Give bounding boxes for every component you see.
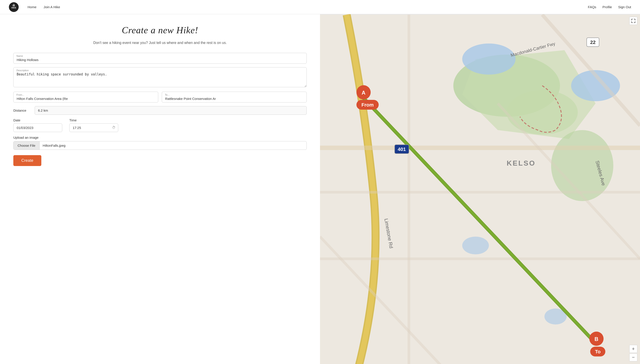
time-group: Time ⏱ [69, 118, 118, 132]
form-panel: Create a new Hike! Don't see a hiking ev… [0, 14, 320, 364]
description-label: Description [17, 69, 29, 72]
nav-sign-out[interactable]: Sign Out [618, 5, 631, 9]
upload-label: Upload an image [13, 136, 307, 140]
file-input-row: Choose File HiltonFalls.jpeg [13, 141, 307, 150]
to-label: To... [165, 94, 169, 96]
svg-text:A: A [362, 90, 365, 96]
distance-row: Distance 6.2 km [13, 106, 307, 115]
time-input[interactable] [69, 124, 118, 132]
map-panel: Campbellville Rd Macdonald-Cartier Fwy L… [320, 14, 640, 364]
nav-home[interactable]: Home [28, 5, 37, 9]
svg-text:KELSO: KELSO [507, 159, 536, 167]
from-input[interactable] [13, 92, 158, 102]
nav-profile[interactable]: Profile [602, 5, 612, 9]
nav-links: Home Join A Hike [28, 5, 60, 9]
name-input[interactable] [13, 53, 307, 64]
svg-text:B: B [594, 336, 598, 342]
date-label: Date [13, 118, 62, 122]
fullscreen-button[interactable] [629, 17, 637, 25]
choose-file-button[interactable]: Choose File [14, 142, 40, 150]
navbar: WE HIKE Home Join A Hike FAQs Profile Si… [0, 0, 640, 14]
description-input[interactable]: Beautiful hiking space surrounded by val… [13, 67, 307, 87]
nav-faqs[interactable]: FAQs [588, 5, 596, 9]
distance-value: 6.2 km [35, 106, 307, 115]
to-input[interactable] [162, 92, 307, 102]
logo-icon: WE HIKE [9, 2, 19, 12]
page-title: Create a new Hike! [13, 25, 307, 36]
distance-label: Distance [13, 108, 31, 112]
date-input[interactable] [13, 124, 62, 132]
svg-point-12 [462, 236, 489, 254]
to-group: To... [162, 92, 307, 102]
clock-icon: ⏱ [112, 126, 116, 130]
name-label: Name [17, 54, 23, 57]
date-group: Date [13, 118, 62, 132]
zoom-out-button[interactable]: − [629, 353, 637, 361]
main-layout: Create a new Hike! Don't see a hiking ev… [0, 14, 640, 364]
svg-text:22: 22 [590, 40, 595, 45]
nav-right: FAQs Profile Sign Out [588, 5, 631, 9]
create-button[interactable]: Create [13, 155, 41, 166]
time-label: Time [69, 118, 118, 122]
svg-text:401: 401 [398, 146, 406, 152]
map-controls: + − [629, 345, 637, 361]
svg-text:From: From [362, 102, 374, 108]
file-name-display: HiltonFalls.jpeg [40, 142, 69, 150]
map-container[interactable]: Campbellville Rd Macdonald-Cartier Fwy L… [320, 14, 640, 364]
nav-join-hike[interactable]: Join A Hike [44, 5, 60, 9]
from-label: From... [17, 94, 24, 96]
name-group: Name [13, 53, 307, 64]
zoom-in-button[interactable]: + [629, 345, 637, 353]
date-time-row: Date Time ⏱ [13, 118, 307, 132]
logo[interactable]: WE HIKE [9, 2, 19, 12]
svg-text:To: To [595, 349, 600, 354]
from-to-row: From... To... [13, 92, 307, 102]
svg-text:WE: WE [13, 5, 15, 7]
svg-point-10 [462, 44, 516, 74]
description-group: Description Beautiful hiking space surro… [13, 67, 307, 88]
svg-point-9 [551, 130, 613, 201]
page-subtitle: Don't see a hiking event near you? Just … [13, 40, 307, 46]
from-group: From... [13, 92, 158, 102]
map-svg: Campbellville Rd Macdonald-Cartier Fwy L… [320, 14, 640, 364]
svg-text:HIKE: HIKE [11, 7, 16, 9]
